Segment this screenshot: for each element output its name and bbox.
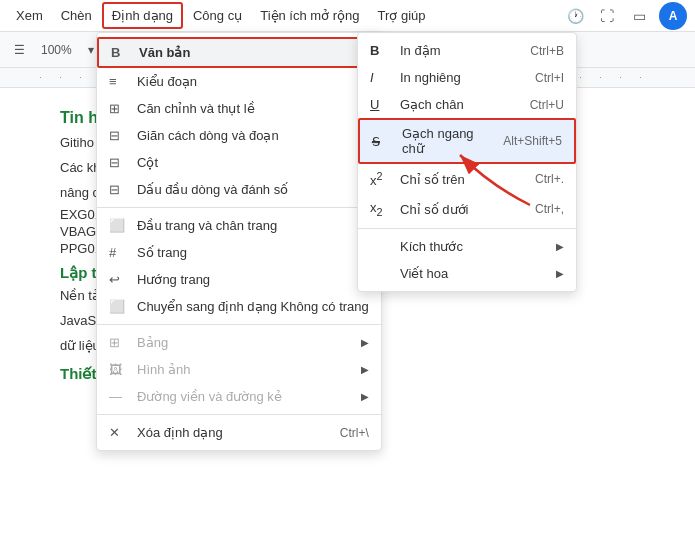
inDam-icon: B <box>370 43 392 58</box>
sub-item-chiSoTren[interactable]: x2 Chỉ số trên Ctrl+. <box>358 164 576 194</box>
chiSoTren-label: Chỉ số trên <box>400 172 515 187</box>
hinhAnh-label: Hình ảnh <box>137 362 361 377</box>
hinhAnh-icon: 🖼 <box>109 362 129 377</box>
menu-item-huongTrang[interactable]: ↩ Hướng trang <box>97 266 381 293</box>
sub-separator1 <box>358 228 576 229</box>
duongVien-arrow: ▶ <box>361 391 369 402</box>
sub-item-kichThuoc[interactable]: Kích thước ▶ <box>358 233 576 260</box>
dropdown-container: B Văn bản ▶ ≡ Kiểu đoạn ▶ ⊞ Căn chỉnh và… <box>96 32 382 451</box>
kieuDoan-icon: ≡ <box>109 74 129 89</box>
chuyenSang-icon: ⬜ <box>109 299 129 314</box>
dauDau-icon: ⊟ <box>109 182 129 197</box>
chiSoTren-shortcut: Ctrl+. <box>535 172 564 186</box>
kieuDoan-label: Kiểu đoạn <box>137 74 361 89</box>
xoa-icon: ✕ <box>109 425 129 440</box>
sub-item-vietHoa[interactable]: Viết hoa ▶ <box>358 260 576 287</box>
menu-item-xoaDinhDang[interactable]: ✕ Xóa định dạng Ctrl+\ <box>97 419 381 446</box>
xoa-shortcut: Ctrl+\ <box>340 426 369 440</box>
menu-item-kieuDoan[interactable]: ≡ Kiểu đoạn ▶ <box>97 68 381 95</box>
sub-item-inNghieng[interactable]: I In nghiêng Ctrl+I <box>358 64 576 91</box>
gachChan-label: Gạch chân <box>400 97 510 112</box>
menu-item-duongVien[interactable]: — Đường viền và đường kẻ ▶ <box>97 383 381 410</box>
inNghieng-label: In nghiêng <box>400 70 515 85</box>
bang-icon: ⊞ <box>109 335 129 350</box>
huongTrang-label: Hướng trang <box>137 272 369 287</box>
bang-arrow: ▶ <box>361 337 369 348</box>
menu-item-vanban[interactable]: B Văn bản ▶ <box>97 37 381 68</box>
menu-item-bang[interactable]: ⊞ Bảng ▶ <box>97 329 381 356</box>
menu-chen[interactable]: Chèn <box>53 4 100 27</box>
bang-label: Bảng <box>137 335 361 350</box>
dauTrang-label: Đầu trang và chân trang <box>137 218 369 233</box>
duongVien-icon: — <box>109 389 129 404</box>
duongVien-label: Đường viền và đường kẻ <box>137 389 361 404</box>
dauDau-label: Dấu đầu dòng và đánh số <box>137 182 361 197</box>
menu-item-dauTrang[interactable]: ⬜ Đầu trang và chân trang <box>97 212 381 239</box>
chiSoDuoi-shortcut: Ctrl+, <box>535 202 564 216</box>
zoom-level[interactable]: 100% <box>35 40 78 60</box>
chiSoDuoi-label: Chỉ số dưới <box>400 202 515 217</box>
cot-label: Cột <box>137 155 361 170</box>
inDam-shortcut: Ctrl+B <box>530 44 564 58</box>
separator1 <box>97 207 381 208</box>
window-icon[interactable]: ▭ <box>627 4 651 28</box>
menu-xem[interactable]: Xem <box>8 4 51 27</box>
canChinh-icon: ⊞ <box>109 101 129 116</box>
huongTrang-icon: ↩ <box>109 272 129 287</box>
gachChan-icon: U <box>370 97 392 112</box>
menu-trogiup[interactable]: Trợ giúp <box>370 4 434 27</box>
gachNgang-label: Gạch ngang chữ <box>402 126 483 156</box>
gianCach-icon: ⊟ <box>109 128 129 143</box>
menu-item-gianCach[interactable]: ⊟ Giãn cách dòng và đoạn ▶ <box>97 122 381 149</box>
hinhAnh-arrow: ▶ <box>361 364 369 375</box>
menu-item-soTrang[interactable]: # Số trang <box>97 239 381 266</box>
gachNgang-shortcut: Alt+Shift+5 <box>503 134 562 148</box>
vietHoa-label: Viết hoa <box>400 266 556 281</box>
submenu: B In đậm Ctrl+B I In nghiêng Ctrl+I U Gạ… <box>357 32 577 292</box>
inNghieng-shortcut: Ctrl+I <box>535 71 564 85</box>
sub-item-gachNgang[interactable]: S̶ Gạch ngang chữ Alt+Shift+5 <box>358 118 576 164</box>
cot-icon: ⊟ <box>109 155 129 170</box>
menu-tienich[interactable]: Tiện ích mở rộng <box>252 4 367 27</box>
menubar: Xem Chèn Định dạng Công cụ Tiện ích mở r… <box>0 0 695 32</box>
separator3 <box>97 414 381 415</box>
clock-icon[interactable]: 🕐 <box>563 4 587 28</box>
gianCach-label: Giãn cách dòng và đoạn <box>137 128 361 143</box>
sub-item-inDam[interactable]: B In đậm Ctrl+B <box>358 37 576 64</box>
vietHoa-arrow: ▶ <box>556 268 564 279</box>
soTrang-icon: # <box>109 245 129 260</box>
menu-item-chuyenSang[interactable]: ⬜ Chuyển sang định dạng Không có trang <box>97 293 381 320</box>
inNghieng-icon: I <box>370 70 392 85</box>
dauTrang-icon: ⬜ <box>109 218 129 233</box>
vanban-icon: B <box>111 45 131 60</box>
avatar[interactable]: A <box>659 2 687 30</box>
chiSoDuoi-icon: x2 <box>370 200 392 218</box>
menu-congtcu[interactable]: Công cụ <box>185 4 250 27</box>
xoa-label: Xóa định dạng <box>137 425 340 440</box>
menu-item-dauDau[interactable]: ⊟ Dấu đầu dòng và đánh số ▶ <box>97 176 381 203</box>
menu-dinhdang[interactable]: Định dạng <box>102 2 183 29</box>
menubar-right: 🕐 ⛶ ▭ A <box>563 2 687 30</box>
menu-item-canChinh[interactable]: ⊞ Căn chỉnh và thụt lề ▶ <box>97 95 381 122</box>
inDam-label: In đậm <box>400 43 510 58</box>
toolbar-menu-icon[interactable]: ☰ <box>8 40 31 60</box>
sub-item-gachChan[interactable]: U Gạch chân Ctrl+U <box>358 91 576 118</box>
gachChan-shortcut: Ctrl+U <box>530 98 564 112</box>
chuyenSang-label: Chuyển sang định dạng Không có trang <box>137 299 369 314</box>
soTrang-label: Số trang <box>137 245 369 260</box>
fullscreen-icon[interactable]: ⛶ <box>595 4 619 28</box>
kichThuoc-arrow: ▶ <box>556 241 564 252</box>
menu-item-cot[interactable]: ⊟ Cột ▶ <box>97 149 381 176</box>
separator2 <box>97 324 381 325</box>
menu-item-hinhAnh[interactable]: 🖼 Hình ảnh ▶ <box>97 356 381 383</box>
canChinh-label: Căn chỉnh và thụt lề <box>137 101 361 116</box>
sub-item-chiSoDuoi[interactable]: x2 Chỉ số dưới Ctrl+, <box>358 194 576 224</box>
gachNgang-icon: S̶ <box>372 134 394 149</box>
primary-menu: B Văn bản ▶ ≡ Kiểu đoạn ▶ ⊞ Căn chỉnh và… <box>96 32 382 451</box>
vanban-label: Văn bản <box>139 45 359 60</box>
chiSoTren-icon: x2 <box>370 170 392 188</box>
kichThuoc-label: Kích thước <box>400 239 556 254</box>
